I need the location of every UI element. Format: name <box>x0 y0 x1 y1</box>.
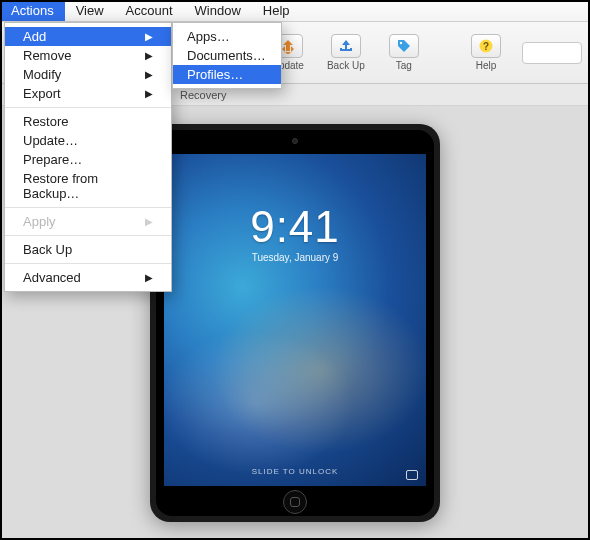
svg-text:?: ? <box>483 41 489 52</box>
menu-bar: Actions View Account Window Help <box>0 0 590 22</box>
menu-item-export-label: Export <box>23 86 61 101</box>
menu-item-modify[interactable]: Modify ▶ <box>5 65 171 84</box>
submenu-arrow-icon: ▶ <box>145 50 153 61</box>
device-preview-ipad: 9:41 Tuesday, January 9 SLIDE TO UNLOCK <box>150 124 440 522</box>
submenu-arrow-icon: ▶ <box>145 31 153 42</box>
submenu-arrow-icon: ▶ <box>145 88 153 99</box>
add-submenu: Apps… Documents… Profiles… <box>172 22 282 89</box>
toolbar-tag-label: Tag <box>396 60 412 71</box>
actions-dropdown: Add ▶ Remove ▶ Modify ▶ Export ▶ Restore… <box>4 22 172 292</box>
menu-item-back-up[interactable]: Back Up <box>5 240 171 259</box>
menu-item-remove[interactable]: Remove ▶ <box>5 46 171 65</box>
help-question-icon: ? <box>471 34 501 58</box>
submenu-item-apps[interactable]: Apps… <box>173 27 281 46</box>
tag-icon <box>389 34 419 58</box>
menu-item-advanced[interactable]: Advanced ▶ <box>5 268 171 287</box>
menu-item-export[interactable]: Export ▶ <box>5 84 171 103</box>
submenu-arrow-icon: ▶ <box>145 69 153 80</box>
submenu-item-documents[interactable]: Documents… <box>173 46 281 65</box>
menu-item-remove-label: Remove <box>23 48 71 63</box>
toolbar-tag-button[interactable]: Tag <box>382 34 426 71</box>
ipad-front-camera-icon <box>292 138 298 144</box>
lock-screen-time: 9:41 <box>164 202 426 252</box>
toolbar-help-button[interactable]: ? Help <box>464 34 508 71</box>
menu-help[interactable]: Help <box>252 0 301 21</box>
backup-tray-icon <box>331 34 361 58</box>
submenu-item-profiles[interactable]: Profiles… <box>173 65 281 84</box>
menu-item-restore-backup-label: Restore from Backup… <box>23 171 153 201</box>
menu-account[interactable]: Account <box>115 0 184 21</box>
ipad-home-button-icon <box>283 490 307 514</box>
toolbar-backup-label: Back Up <box>327 60 365 71</box>
menu-item-update-label: Update… <box>23 133 78 148</box>
menu-view[interactable]: View <box>65 0 115 21</box>
svg-point-0 <box>400 42 402 44</box>
menu-item-update[interactable]: Update… <box>5 131 171 150</box>
menu-item-apply: Apply ▶ <box>5 212 171 231</box>
menu-item-back-up-label: Back Up <box>23 242 72 257</box>
toolbar-help-label: Help <box>476 60 497 71</box>
toolbar-backup-button[interactable]: Back Up <box>324 34 368 71</box>
menu-item-add-label: Add <box>23 29 46 44</box>
menu-item-restore-label: Restore <box>23 114 69 129</box>
menu-item-prepare-label: Prepare… <box>23 152 82 167</box>
recovery-mode-label: Recovery <box>180 89 226 101</box>
lock-screen-camera-icon <box>406 470 418 480</box>
lock-screen-unlock-hint: SLIDE TO UNLOCK <box>164 467 426 476</box>
menu-actions[interactable]: Actions <box>0 0 65 21</box>
menu-item-apply-label: Apply <box>23 214 56 229</box>
ipad-lock-screen: 9:41 Tuesday, January 9 SLIDE TO UNLOCK <box>164 154 426 486</box>
lock-screen-date: Tuesday, January 9 <box>164 252 426 263</box>
menu-item-advanced-label: Advanced <box>23 270 81 285</box>
submenu-arrow-icon: ▶ <box>145 272 153 283</box>
submenu-arrow-icon: ▶ <box>145 216 153 227</box>
menu-item-restore[interactable]: Restore <box>5 112 171 131</box>
menu-item-modify-label: Modify <box>23 67 61 82</box>
menu-window[interactable]: Window <box>184 0 252 21</box>
search-input[interactable] <box>522 42 582 64</box>
menu-item-restore-from-backup[interactable]: Restore from Backup… <box>5 169 171 203</box>
menu-item-add[interactable]: Add ▶ <box>5 27 171 46</box>
menu-item-prepare[interactable]: Prepare… <box>5 150 171 169</box>
